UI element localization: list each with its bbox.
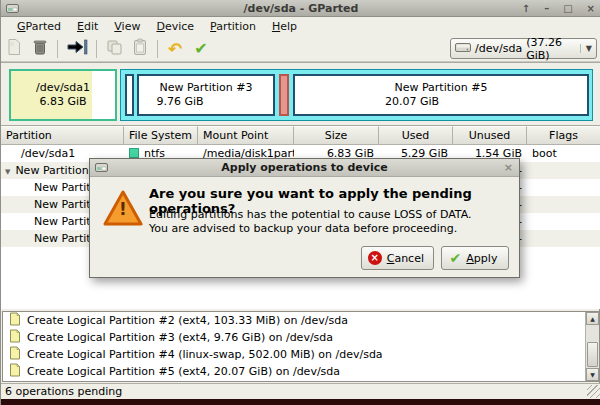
gparted-window: /dev/sda - GParted ↑ – □ × GParted Edit … xyxy=(0,0,600,405)
partition-graphic-swap4[interactable] xyxy=(279,74,289,116)
toolbar-separator xyxy=(96,40,97,58)
partition-name: /dev/sda1 xyxy=(36,81,90,95)
column-header-partition[interactable]: Partition xyxy=(1,126,124,145)
device-selector[interactable]: /dev/sda (37.26 GiB) ▼ xyxy=(450,38,597,59)
operation-list-item: Create Logical Partition #5 (ext4, 20.07… xyxy=(3,363,599,380)
column-header-flags[interactable]: Flags xyxy=(527,126,600,145)
device-selector-size: (37.26 GiB) xyxy=(526,36,576,62)
partition-size: 9.76 GiB xyxy=(156,95,203,109)
new-partition-doc-icon xyxy=(9,329,21,346)
menu-edit[interactable]: Edit xyxy=(69,18,106,35)
disk-graphic-view: /dev/sda1 6.83 GiB New Partition #3 9.76… xyxy=(1,62,600,126)
status-bar: 6 operations pending xyxy=(1,383,600,399)
filesystem-color-swatch xyxy=(129,148,139,158)
window-title: /dev/sda - GParted xyxy=(1,2,600,15)
column-header-filesystem[interactable]: File System xyxy=(124,126,198,145)
apply-operations-button[interactable]: ✔ xyxy=(188,38,214,60)
partition-graphic-logical3[interactable]: New Partition #3 9.76 GiB xyxy=(137,74,275,116)
resize-move-button[interactable] xyxy=(62,38,92,60)
toolbar-separator xyxy=(157,40,158,58)
undo-button[interactable]: ↶ xyxy=(162,38,188,60)
new-partition-doc-icon xyxy=(9,312,21,329)
scroll-down-button[interactable]: ▼ xyxy=(586,368,599,381)
resize-grip[interactable] xyxy=(587,385,600,398)
desktop-edge-strip xyxy=(1,399,600,405)
toolbar-separator xyxy=(57,40,58,58)
undo-icon: ↶ xyxy=(168,40,182,58)
paste-partition-button[interactable] xyxy=(127,38,153,60)
apply-check-icon: ✔ xyxy=(450,250,462,266)
resize-move-arrow-icon xyxy=(66,39,88,58)
column-header-size[interactable]: Size xyxy=(294,126,379,145)
partition-graphic-extended[interactable]: New Partition #3 9.76 GiB New Partition … xyxy=(120,69,593,121)
shade-window-button[interactable]: ↑ xyxy=(522,0,530,17)
operation-list-item: Create Logical Partition #4 (linux-swap,… xyxy=(3,346,599,363)
new-partition-doc-icon xyxy=(9,346,21,363)
new-partition-button[interactable] xyxy=(1,38,27,60)
cancel-button[interactable]: × Cancel xyxy=(361,246,434,270)
trash-icon xyxy=(32,38,48,59)
partition-graphic-logical5[interactable]: New Partition #5 20.07 GiB xyxy=(293,74,589,116)
copy-icon xyxy=(106,39,123,59)
operations-pending-status: 6 operations pending xyxy=(5,385,122,398)
dialog-body-text: Editing partitions has the potential to … xyxy=(149,208,514,236)
menu-bar: GParted Edit View Device Partition Help xyxy=(1,17,600,36)
scroll-up-button[interactable]: ▲ xyxy=(586,312,599,325)
operation-list-item: Create Logical Partition #2 (ext4, 103.3… xyxy=(3,312,599,329)
partition-name: New Partition #3 xyxy=(159,81,252,95)
dialog-title: Apply operations to device xyxy=(90,161,519,174)
menu-help[interactable]: Help xyxy=(264,18,305,35)
maximize-window-button[interactable]: □ xyxy=(563,0,572,17)
dialog-close-icon[interactable]: × xyxy=(504,161,513,174)
cancel-icon: × xyxy=(368,251,382,265)
menu-partition[interactable]: Partition xyxy=(202,18,264,35)
partition-graphic-sda1[interactable]: /dev/sda1 6.83 GiB xyxy=(9,69,117,121)
new-partition-doc-icon xyxy=(9,363,21,380)
expander-icon[interactable]: ▼ xyxy=(5,168,10,176)
operations-scrollbar[interactable]: ▲ ▼ xyxy=(585,312,599,381)
column-header-used[interactable]: Used xyxy=(379,126,453,145)
delete-partition-button[interactable] xyxy=(27,38,53,60)
scrollbar-thumb[interactable] xyxy=(587,342,598,367)
apply-operations-dialog: Apply operations to device × ! Are you s… xyxy=(89,158,520,278)
column-header-unused[interactable]: Unused xyxy=(453,126,527,145)
partition-graphic-logical2[interactable] xyxy=(125,74,134,116)
operation-list-item: Create Logical Partition #3 (ext4, 9.76 … xyxy=(3,329,599,346)
dialog-title-bar[interactable]: Apply operations to device × xyxy=(90,159,519,177)
partition-name: New Partition #5 xyxy=(394,81,487,95)
paste-icon xyxy=(132,38,148,59)
close-window-button[interactable]: × xyxy=(587,0,595,17)
warning-exclamation: ! xyxy=(103,199,143,219)
menu-device[interactable]: Device xyxy=(148,18,202,35)
partition-size: 6.83 GiB xyxy=(39,95,86,109)
table-header-row: Partition File System Mount Point Size U… xyxy=(1,126,600,145)
column-header-mountpoint[interactable]: Mount Point xyxy=(198,126,294,145)
warning-icon: ! xyxy=(103,190,143,230)
title-bar[interactable]: /dev/sda - GParted ↑ – □ × xyxy=(1,0,600,17)
partition-size: 20.07 GiB xyxy=(385,95,439,109)
copy-partition-button[interactable] xyxy=(101,38,127,60)
apply-button[interactable]: ✔ Apply xyxy=(441,246,509,270)
pending-operations-panel: Create Logical Partition #2 (ext4, 103.3… xyxy=(2,311,600,382)
new-document-icon xyxy=(6,38,22,59)
apply-check-icon: ✔ xyxy=(194,40,207,58)
chevron-down-icon: ▼ xyxy=(580,44,592,53)
disk-icon xyxy=(455,41,471,56)
device-selector-value: /dev/sda xyxy=(475,42,522,55)
menu-view[interactable]: View xyxy=(106,18,148,35)
menu-gparted[interactable]: GParted xyxy=(9,18,69,35)
minimize-window-button[interactable]: – xyxy=(544,0,549,17)
toolbar: ↶ ✔ /dev/sda (37.26 GiB) ▼ xyxy=(1,36,600,62)
